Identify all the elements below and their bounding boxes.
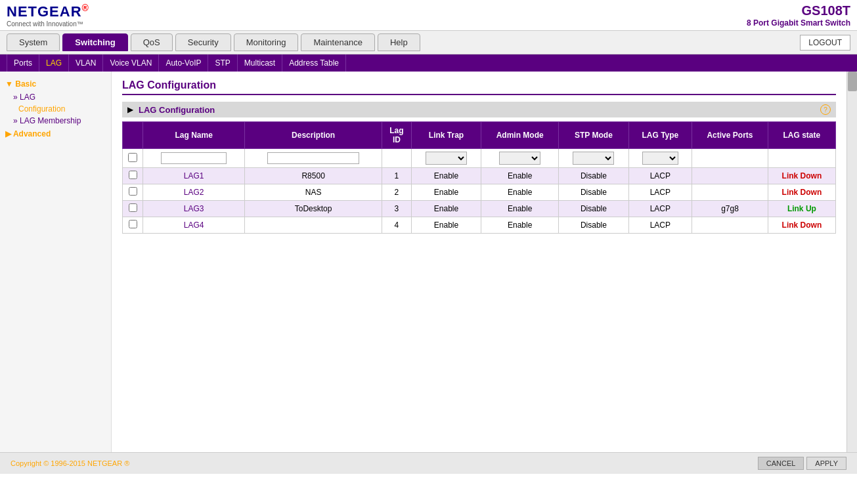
lag1-admin-mode: Enable — [481, 168, 559, 184]
lag1-active-ports — [692, 168, 768, 184]
row-checkbox-2[interactable] — [129, 187, 137, 196]
lag3-active-ports: g7g8 — [692, 201, 768, 217]
row-checkbox-3[interactable] — [129, 203, 137, 212]
lag2-link[interactable]: LAG2 — [184, 188, 204, 197]
row-checkbox-1[interactable] — [129, 171, 137, 179]
tagline: Connect with Innovation™ — [7, 20, 89, 28]
sidebar-section-advanced[interactable]: ▶ Advanced — [0, 127, 111, 141]
col-lag-name: Lag Name — [143, 122, 245, 149]
tab-switching[interactable]: Switching — [62, 33, 127, 51]
lag2-description: NAS — [245, 184, 382, 201]
lag3-description: ToDesktop — [245, 201, 382, 217]
lag4-link-trap: Enable — [411, 217, 481, 234]
subnav-voice-vlan[interactable]: Voice VLAN — [103, 54, 159, 72]
subnav-multicast[interactable]: Multicast — [238, 54, 282, 72]
lag1-description: R8500 — [245, 168, 382, 184]
lag4-admin-mode: Enable — [481, 217, 559, 234]
lag4-state: Link Down — [782, 220, 822, 230]
sidebar: ▼ Basic » LAG Configuration » LAG Member… — [0, 72, 112, 452]
table-row: LAG2 NAS 2 Enable Enable Disable LACP Li… — [123, 184, 836, 201]
subnav-vlan[interactable]: VLAN — [69, 54, 103, 72]
table-row: LAG3 ToDesktop 3 Enable Enable Disable L… — [123, 201, 836, 217]
col-active-ports: Active Ports — [692, 122, 768, 149]
filter-row: Enable Disable Enable Disable — [123, 149, 836, 168]
tab-monitoring[interactable]: Monitoring — [234, 33, 299, 51]
nav-tabs: System Switching QoS Security Monitoring… — [7, 33, 420, 51]
lag3-stp-mode: Disable — [559, 201, 628, 217]
scrollbar[interactable] — [846, 72, 857, 452]
subnav-stp[interactable]: STP — [208, 54, 237, 72]
lag-config-table: Lag Name Description Lag ID Link Trap Ad… — [122, 121, 836, 234]
lag3-state: Link Up — [787, 204, 816, 213]
page-title: LAG Configuration — [122, 79, 836, 95]
col-link-trap: Link Trap — [411, 122, 481, 149]
col-admin-mode: Admin Mode — [481, 122, 559, 149]
lag1-link-trap: Enable — [411, 168, 481, 184]
logout-button[interactable]: LOGOUT — [800, 35, 850, 51]
header: NETGEAR® Connect with Innovation™ GS108T… — [0, 0, 857, 31]
lag3-admin-mode: Enable — [481, 201, 559, 217]
subnav-address-table[interactable]: Address Table — [282, 54, 346, 72]
col-checkbox — [123, 122, 143, 149]
lag4-description — [245, 217, 382, 234]
footer: Copyright © 1996-2015 NETGEAR ® CANCEL A… — [0, 452, 857, 474]
lag4-lag-type: LACP — [628, 217, 692, 234]
device-model: GS108T — [747, 3, 850, 18]
sidebar-section-basic[interactable]: ▼ Basic — [0, 77, 111, 91]
tab-qos[interactable]: QoS — [131, 33, 173, 51]
col-stp-mode: STP Mode — [559, 122, 628, 149]
filter-admin-mode[interactable]: Enable Disable — [499, 152, 540, 165]
lag1-state: Link Down — [782, 171, 822, 180]
lag1-lag-type: LACP — [628, 168, 692, 184]
tab-security[interactable]: Security — [175, 33, 231, 51]
logo: NETGEAR® — [7, 3, 89, 20]
sidebar-item-lag[interactable]: » LAG — [0, 91, 111, 103]
lag4-active-ports — [692, 217, 768, 234]
table-row: LAG1 R8500 1 Enable Enable Disable LACP … — [123, 168, 836, 184]
lag2-id: 2 — [382, 184, 411, 201]
logo-area: NETGEAR® Connect with Innovation™ — [7, 3, 89, 28]
tab-system[interactable]: System — [7, 33, 60, 51]
tab-maintenance[interactable]: Maintenance — [301, 33, 374, 51]
help-icon[interactable]: ? — [820, 104, 831, 115]
lag2-admin-mode: Enable — [481, 184, 559, 201]
lag1-stp-mode: Disable — [559, 168, 628, 184]
filter-description[interactable] — [267, 152, 359, 164]
select-all-checkbox[interactable] — [128, 153, 137, 162]
filter-lag-name[interactable] — [161, 152, 227, 164]
footer-buttons: CANCEL APPLY — [758, 457, 846, 470]
filter-stp-mode[interactable]: Enable Disable — [573, 152, 614, 165]
cancel-button[interactable]: CANCEL — [758, 457, 804, 470]
section-header[interactable]: ▶ LAG Configuration ? — [122, 102, 836, 117]
col-lag-id: Lag ID — [382, 122, 411, 149]
main: ▼ Basic » LAG Configuration » LAG Member… — [0, 72, 857, 452]
subnav-lag[interactable]: LAG — [39, 54, 69, 72]
section-collapse-icon: ▶ — [127, 105, 133, 114]
filter-lag-type[interactable]: LACP Static — [642, 152, 678, 165]
lag2-lag-type: LACP — [628, 184, 692, 201]
lag3-lag-type: LACP — [628, 201, 692, 217]
lag2-stp-mode: Disable — [559, 184, 628, 201]
lag3-link[interactable]: LAG3 — [184, 204, 204, 213]
lag4-link[interactable]: LAG4 — [184, 220, 204, 230]
tab-help[interactable]: Help — [378, 33, 420, 51]
apply-button[interactable]: APPLY — [806, 457, 846, 470]
row-checkbox-4[interactable] — [129, 220, 137, 228]
lag1-link[interactable]: LAG1 — [184, 171, 204, 180]
device-info: GS108T 8 Port Gigabit Smart Switch — [747, 3, 850, 28]
table-row: LAG4 4 Enable Enable Disable LACP Link D… — [123, 217, 836, 234]
lag2-link-trap: Enable — [411, 184, 481, 201]
lag2-state: Link Down — [782, 188, 822, 197]
footer-copyright: Copyright © 1996-2015 NETGEAR ® — [11, 459, 129, 467]
sidebar-item-configuration[interactable]: Configuration — [0, 103, 111, 115]
subnav-ports[interactable]: Ports — [7, 54, 39, 72]
top-nav: System Switching QoS Security Monitoring… — [0, 31, 857, 54]
subnav-auto-voip[interactable]: Auto-VoIP — [159, 54, 208, 72]
sub-nav: Ports LAG VLAN Voice VLAN Auto-VoIP STP … — [0, 54, 857, 72]
lag3-id: 3 — [382, 201, 411, 217]
sidebar-item-lag-membership[interactable]: » LAG Membership — [0, 115, 111, 127]
col-lag-type: LAG Type — [628, 122, 692, 149]
device-desc: 8 Port Gigabit Smart Switch — [747, 18, 850, 28]
lag4-id: 4 — [382, 217, 411, 234]
filter-link-trap[interactable]: Enable Disable — [426, 152, 467, 165]
